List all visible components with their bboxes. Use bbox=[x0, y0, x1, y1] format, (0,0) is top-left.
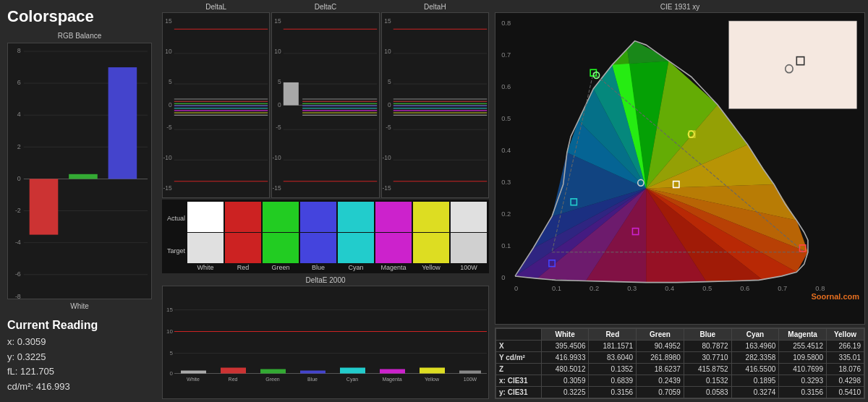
delta-e-section: DeltaE 2000 15 10 5 0 bbox=[162, 276, 489, 399]
svg-text:0.2: 0.2 bbox=[501, 210, 511, 218]
svg-text:5: 5 bbox=[169, 78, 172, 85]
svg-text:0.8: 0.8 bbox=[815, 283, 825, 291]
svg-text:0.3: 0.3 bbox=[501, 178, 511, 186]
cell-Z-blue: 415.8752 bbox=[684, 364, 731, 375]
table-col-yellow: Yellow bbox=[827, 329, 864, 341]
swatch-magenta-target bbox=[375, 233, 412, 263]
cell-xCIE-cyan: 0.1895 bbox=[731, 375, 779, 387]
delta-e-chart: 15 10 5 0 bbox=[162, 286, 489, 399]
svg-text:0.1: 0.1 bbox=[501, 241, 511, 249]
swatch-yellow-actual bbox=[413, 202, 449, 232]
svg-text:-4: -4 bbox=[15, 237, 21, 246]
svg-text:0: 0 bbox=[388, 101, 391, 108]
svg-rect-18 bbox=[69, 174, 98, 179]
svg-text:0: 0 bbox=[17, 174, 21, 182]
svg-text:4: 4 bbox=[17, 110, 21, 119]
svg-text:-5: -5 bbox=[386, 124, 391, 131]
svg-text:6: 6 bbox=[17, 78, 21, 87]
swatch-100w-target bbox=[451, 233, 487, 263]
cell-Y-green: 261.8980 bbox=[637, 352, 684, 364]
cell-X-cyan: 163.4960 bbox=[731, 341, 779, 352]
svg-text:-15: -15 bbox=[163, 184, 171, 192]
cell-xCIE-green: 0.2439 bbox=[637, 375, 684, 387]
delta-H-label: DeltaH bbox=[381, 3, 489, 11]
svg-rect-105 bbox=[459, 371, 481, 374]
svg-text:Green: Green bbox=[265, 377, 280, 382]
svg-text:0.4: 0.4 bbox=[665, 283, 675, 291]
target-label: Target bbox=[164, 247, 187, 255]
cell-Z-red: 0.1352 bbox=[589, 364, 637, 375]
svg-text:-15: -15 bbox=[382, 184, 391, 192]
svg-text:White: White bbox=[427, 197, 443, 197]
row-label-Z: Z bbox=[496, 364, 542, 375]
svg-text:-5: -5 bbox=[166, 124, 172, 131]
svg-text:-15: -15 bbox=[273, 184, 281, 192]
swatch-yellow-target bbox=[413, 233, 449, 263]
cell-yCIE-yellow: 0.5410 bbox=[827, 387, 864, 398]
swatch-green-target bbox=[263, 233, 299, 263]
swatch-label-yellow: Yellow bbox=[413, 264, 449, 271]
table-col-cyan: Cyan bbox=[731, 329, 779, 341]
svg-rect-104 bbox=[420, 368, 445, 374]
table-row-Y: Y cd/m² 416.9933 83.6040 261.8980 30.771… bbox=[496, 352, 864, 364]
svg-text:-6: -6 bbox=[15, 269, 21, 278]
swatch-red-target bbox=[225, 233, 261, 263]
swatch-label-green: Green bbox=[263, 264, 299, 271]
svg-text:0: 0 bbox=[514, 283, 518, 291]
svg-text:5: 5 bbox=[170, 350, 174, 356]
cell-xCIE-blue: 0.1532 bbox=[684, 375, 731, 387]
cell-xCIE-red: 0.6839 bbox=[589, 375, 637, 387]
svg-text:0.5: 0.5 bbox=[501, 114, 511, 122]
svg-text:Blue: Blue bbox=[307, 377, 318, 382]
svg-text:0.3: 0.3 bbox=[627, 283, 637, 291]
svg-text:0.6: 0.6 bbox=[501, 82, 511, 90]
delta-L-label: DeltaL bbox=[162, 3, 270, 11]
swatch-blue-actual bbox=[300, 202, 336, 232]
svg-text:0.8: 0.8 bbox=[501, 18, 511, 26]
swatch-labels-row: White Red Green Blue Cyan Magenta Yellow… bbox=[187, 264, 487, 271]
swatch-label-100w: 100W bbox=[451, 264, 487, 271]
svg-rect-98 bbox=[181, 371, 206, 374]
cell-Y-cyan: 282.3358 bbox=[731, 352, 779, 364]
delta-charts-row: DeltaL 15 10 5 0 -5 -10 -15 bbox=[162, 3, 489, 198]
cell-X-blue: 80.7872 bbox=[684, 341, 731, 352]
svg-rect-103 bbox=[380, 369, 405, 374]
svg-text:Cyan: Cyan bbox=[346, 377, 358, 382]
cell-yCIE-blue: 0.0583 bbox=[684, 387, 731, 398]
cell-Z-magenta: 410.7699 bbox=[779, 364, 827, 375]
white-label-bottom: White bbox=[7, 302, 152, 310]
swatch-100w-actual bbox=[451, 202, 487, 232]
svg-text:10: 10 bbox=[166, 328, 173, 335]
svg-text:White: White bbox=[187, 377, 200, 382]
cell-yCIE-green: 0.7059 bbox=[637, 387, 684, 398]
svg-text:0.7: 0.7 bbox=[778, 283, 787, 291]
swatch-magenta-actual bbox=[375, 202, 412, 232]
swatch-red-actual bbox=[225, 202, 261, 232]
svg-text:5: 5 bbox=[388, 78, 391, 85]
delta-L-chart: 15 10 5 0 -5 -10 -15 bbox=[162, 12, 270, 198]
svg-text:0: 0 bbox=[278, 101, 281, 108]
svg-text:White: White bbox=[318, 197, 333, 197]
svg-rect-17 bbox=[30, 179, 59, 234]
panel-title: Colorspace bbox=[7, 7, 152, 26]
table-row-Z: Z 480.5012 0.1352 18.6237 415.8752 416.5… bbox=[496, 364, 864, 375]
swatch-cyan-target bbox=[338, 233, 374, 263]
watermark: Soornal.com bbox=[811, 292, 859, 301]
right-panel: CIE 1931 xy 0.8 0.7 0.6 0.5 0.4 0.3 0.2 … bbox=[492, 0, 868, 402]
svg-text:0.2: 0.2 bbox=[590, 283, 599, 291]
current-reading-title: Current Reading bbox=[7, 319, 152, 332]
cie-container: 0.8 0.7 0.6 0.5 0.4 0.3 0.2 0.1 0 0 0.1 … bbox=[495, 12, 865, 325]
svg-rect-100 bbox=[260, 369, 286, 374]
svg-text:-5: -5 bbox=[276, 124, 281, 131]
delta-H-container: DeltaH 15 10 5 0 -5 -10 -15 bbox=[381, 3, 489, 198]
swatch-label-cyan: Cyan bbox=[338, 264, 374, 271]
row-label-xCIE: x: CIE31 bbox=[496, 375, 542, 387]
swatch-blue-target bbox=[300, 233, 336, 263]
svg-rect-99 bbox=[221, 368, 246, 374]
cell-xCIE-magenta: 0.3293 bbox=[779, 375, 827, 387]
table-col-blue: Blue bbox=[684, 329, 731, 341]
delta-e-label: DeltaE 2000 bbox=[162, 276, 489, 284]
svg-text:-2: -2 bbox=[15, 205, 21, 214]
swatch-white-actual bbox=[187, 202, 224, 232]
row-label-Y: Y cd/m² bbox=[496, 352, 542, 364]
